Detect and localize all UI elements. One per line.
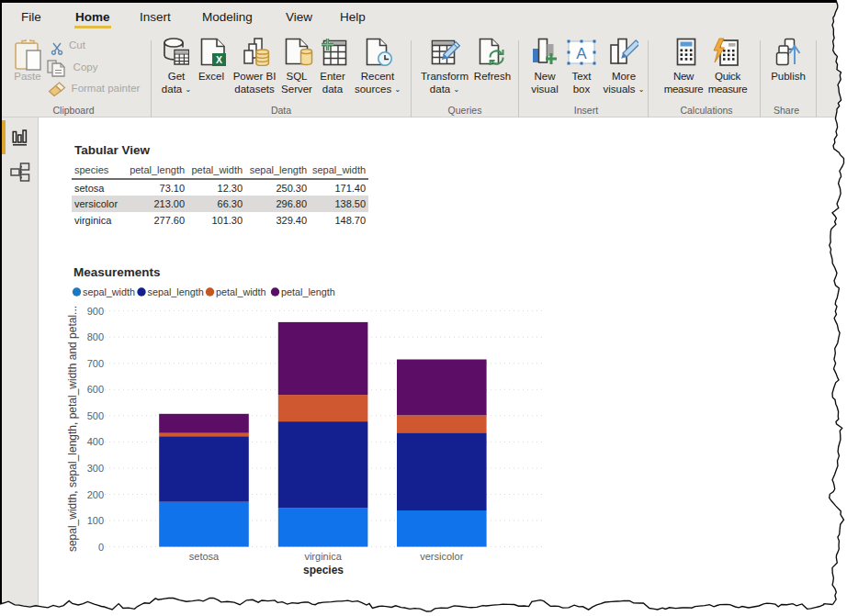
svg-text:species: species <box>303 564 344 577</box>
svg-text:virginica: virginica <box>304 551 342 562</box>
svg-text:versicolor: versicolor <box>420 551 463 562</box>
svg-text:sepal_width: sepal_width <box>83 286 135 297</box>
svg-text:0: 0 <box>98 542 104 553</box>
svg-text:100: 100 <box>87 515 104 526</box>
svg-text:400: 400 <box>87 436 104 447</box>
svg-text:800: 800 <box>87 331 104 342</box>
svg-text:500: 500 <box>87 410 104 421</box>
svg-text:petal_length: petal_length <box>281 286 335 297</box>
svg-text:700: 700 <box>87 358 104 369</box>
svg-text:X: X <box>216 54 222 65</box>
svg-text:600: 600 <box>87 384 104 395</box>
svg-text:setosa: setosa <box>189 551 220 562</box>
svg-text:A: A <box>576 45 587 62</box>
svg-text:sepal_width, sepal_length, pet: sepal_width, sepal_length, petal_width a… <box>66 306 79 552</box>
svg-text:sepal_length: sepal_length <box>148 286 204 297</box>
svg-text:petal_width: petal_width <box>216 286 266 297</box>
svg-text:200: 200 <box>87 489 104 500</box>
svg-text:300: 300 <box>87 463 104 474</box>
svg-text:900: 900 <box>87 306 104 317</box>
